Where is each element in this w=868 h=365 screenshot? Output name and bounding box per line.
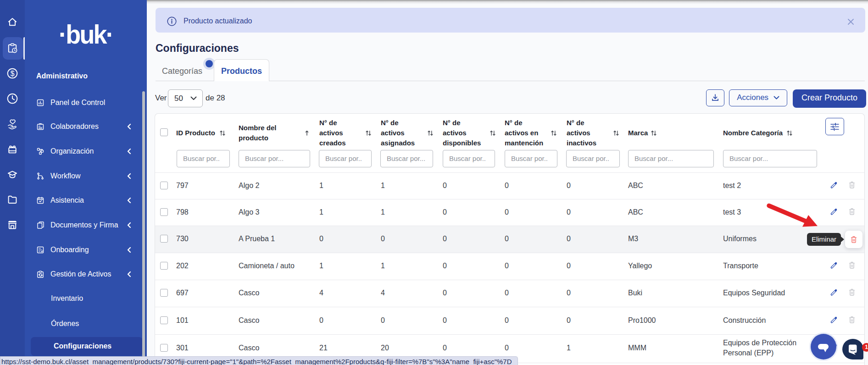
svg-text:$: $ [11,70,15,77]
